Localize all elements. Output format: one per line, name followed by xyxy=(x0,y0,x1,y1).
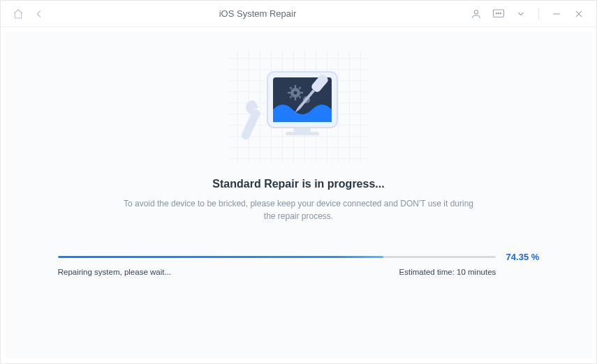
progress-percent: 74.35 % xyxy=(503,252,539,262)
svg-rect-26 xyxy=(294,128,311,132)
repair-illustration xyxy=(229,52,369,164)
svg-rect-15 xyxy=(300,92,303,93)
back-icon[interactable] xyxy=(31,6,47,22)
svg-point-12 xyxy=(293,91,297,95)
home-icon[interactable] xyxy=(10,6,26,22)
progress-status-text: Repairing system, please wait... xyxy=(58,268,171,276)
svg-point-0 xyxy=(474,10,478,13)
close-button[interactable] xyxy=(571,6,587,22)
chevron-down-icon[interactable] xyxy=(513,6,529,22)
minimize-button[interactable] xyxy=(549,6,564,22)
progress-section: 74.35 % Repairing system, please wait...… xyxy=(58,252,540,276)
progress-bar xyxy=(58,256,496,258)
feedback-icon[interactable] xyxy=(491,6,506,22)
svg-rect-14 xyxy=(294,98,295,100)
svg-point-4 xyxy=(500,13,501,14)
titlebar: iOS System Repair xyxy=(1,1,596,27)
account-icon[interactable] xyxy=(469,6,484,22)
progress-fill xyxy=(58,256,384,258)
app-window: iOS System Repair xyxy=(0,0,597,364)
svg-point-3 xyxy=(498,13,499,14)
svg-rect-27 xyxy=(286,132,319,135)
main-content: Standard Repair is in progress... To avo… xyxy=(5,31,592,359)
svg-rect-13 xyxy=(294,85,295,88)
svg-rect-16 xyxy=(288,92,290,93)
progress-eta: Estimated time: 10 minutes xyxy=(399,268,496,276)
window-title: iOS System Repair xyxy=(47,8,469,19)
progress-subtext: To avoid the device to be bricked, pleas… xyxy=(117,197,480,222)
progress-heading: Standard Repair is in progress... xyxy=(212,178,384,190)
svg-point-2 xyxy=(496,13,497,14)
